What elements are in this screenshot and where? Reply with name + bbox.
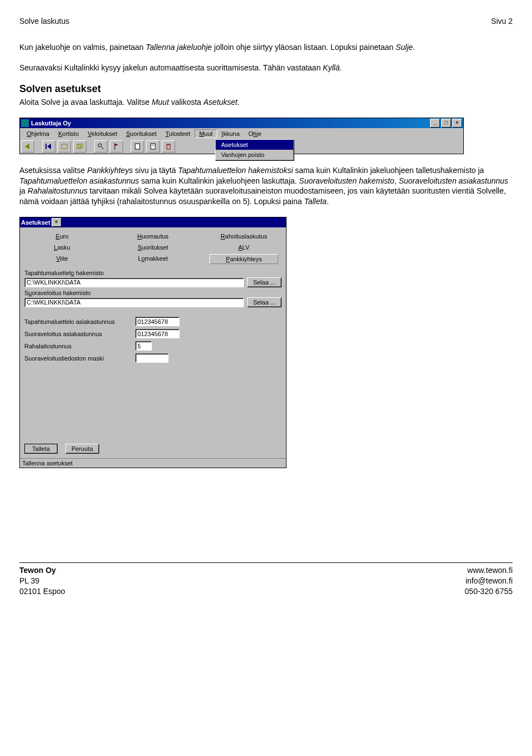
- window-title: Laskuttaja Oy: [31, 120, 71, 126]
- menu-ohje[interactable]: Ohje: [244, 129, 265, 138]
- paragraph-3: Aloita Solve ja avaa laskuttaja. Valitse…: [19, 97, 513, 108]
- tab-lasku[interactable]: Lasku: [28, 243, 96, 252]
- input-suo-hak[interactable]: [24, 298, 244, 307]
- tool-card2-icon[interactable]: [73, 140, 86, 153]
- footer-left: Tewon Oy PL 39 02101 Espoo: [19, 565, 65, 597]
- tool-delete-icon[interactable]: [162, 140, 175, 153]
- browse-tap-button[interactable]: Selaa ...: [247, 277, 282, 287]
- svg-rect-10: [135, 144, 140, 149]
- header-right: Sivu 2: [491, 17, 513, 26]
- menu-veloitukset[interactable]: Veloitukset: [83, 129, 121, 138]
- page-header: Solve laskutus Sivu 2: [19, 17, 513, 26]
- section-heading: Solven asetukset: [19, 83, 513, 95]
- tab-huomautus[interactable]: Huomautus: [119, 232, 187, 241]
- tab-euro[interactable]: Euro: [28, 232, 96, 241]
- menu-ikkuna[interactable]: Ikkuna: [217, 129, 244, 138]
- tab-viite[interactable]: Viite: [28, 254, 96, 264]
- tool-left-icon[interactable]: [21, 140, 34, 153]
- dialog-footer: Talleta Peruuta: [24, 440, 282, 454]
- tool-flag-icon[interactable]: [110, 140, 123, 153]
- muut-dropdown: Asetukset Vanhojen poisto: [215, 139, 294, 160]
- svg-marker-0: [25, 144, 29, 149]
- tool-doc2-icon[interactable]: [146, 140, 160, 153]
- tab-suoritukset[interactable]: Suoritukset: [119, 243, 187, 252]
- tab-lomakkeet[interactable]: Lomakkeet: [119, 254, 187, 264]
- tool-search-icon[interactable]: [94, 140, 108, 153]
- minimize-icon[interactable]: _: [430, 119, 440, 128]
- label-tap-hak: Tapahtumaluettelo hakemisto: [24, 270, 282, 276]
- app-icon: [21, 119, 29, 127]
- svg-rect-4: [76, 145, 81, 149]
- label-suo-asi: Suoraveloitus asiakastunnus: [24, 331, 135, 337]
- tabs: Euro Huomautus Rahoituslaskutus Lasku Su…: [24, 232, 282, 264]
- svg-line-7: [101, 147, 104, 149]
- tool-card1-icon[interactable]: [58, 140, 71, 153]
- input-raha[interactable]: [135, 341, 152, 351]
- status-bar: Tallenna asetukset: [20, 458, 286, 468]
- dialog-title: Asetukset: [21, 219, 50, 226]
- input-suo-asi[interactable]: [135, 329, 180, 338]
- cancel-button[interactable]: Peruuta: [65, 444, 99, 454]
- tab-alv[interactable]: ALV: [209, 243, 278, 252]
- asetukset-dialog: Asetukset × Euro Huomautus Rahoituslasku…: [19, 217, 287, 468]
- svg-rect-5: [78, 144, 83, 148]
- dialog-close-icon[interactable]: ×: [52, 218, 62, 227]
- solve-window: Laskuttaja Oy _ □ × Ohjelma Kortisto Vel…: [19, 118, 464, 154]
- tool-first-icon[interactable]: [42, 140, 55, 153]
- svg-rect-1: [45, 144, 47, 149]
- svg-rect-11: [151, 144, 155, 149]
- paragraph-2: Seuraavaksi Kultalinkki kysyy jakelun au…: [19, 63, 513, 73]
- tab-pankkiyhteys[interactable]: Pankkiyhteys: [209, 254, 278, 264]
- svg-rect-13: [167, 145, 170, 149]
- svg-point-6: [98, 144, 101, 147]
- svg-rect-3: [62, 144, 67, 149]
- save-button[interactable]: Talleta: [24, 444, 58, 454]
- menubar: Ohjelma Kortisto Veloitukset Suoritukset…: [20, 128, 463, 139]
- tab-rahoituslaskutus[interactable]: Rahoituslaskutus: [209, 232, 278, 241]
- svg-marker-2: [47, 144, 51, 149]
- menu-muut[interactable]: Muut: [195, 129, 217, 138]
- menu-ohjelma[interactable]: Ohjelma: [22, 129, 54, 138]
- menu-tulosteet[interactable]: Tulosteet: [161, 129, 195, 138]
- input-tap-hak[interactable]: [24, 278, 244, 287]
- maximize-icon[interactable]: □: [441, 119, 451, 128]
- page-footer: Tewon Oy PL 39 02101 Espoo www.tewon.fi …: [19, 562, 513, 597]
- close-icon[interactable]: ×: [452, 119, 462, 128]
- dropdown-vanhojen-poisto[interactable]: Vanhojen poisto: [216, 150, 293, 160]
- paragraph-4: Asetuksissa valitse Pankkiyhteys sivu ja…: [19, 165, 513, 207]
- toolbar: Asetukset Vanhojen poisto: [20, 139, 463, 154]
- dialog-titlebar: Asetukset ×: [20, 217, 286, 227]
- browse-suo-button[interactable]: Selaa ...: [247, 297, 282, 307]
- input-mask[interactable]: [135, 353, 168, 363]
- menu-suoritukset[interactable]: Suoritukset: [122, 129, 161, 138]
- svg-marker-9: [115, 144, 119, 146]
- titlebar: Laskuttaja Oy _ □ ×: [20, 118, 463, 128]
- dropdown-asetukset[interactable]: Asetukset: [216, 140, 293, 150]
- paragraph-1: Kun jakeluohje on valmis, painetaan Tall…: [19, 42, 513, 53]
- menu-kortisto[interactable]: Kortisto: [54, 129, 83, 138]
- label-tap-asi: Tapahtumaluettelo asiakastunnus: [24, 318, 135, 325]
- label-suo-hak: Suoraveloitus hakemisto: [24, 290, 282, 296]
- input-tap-asi[interactable]: [135, 317, 180, 326]
- footer-right: www.tewon.fi info@tewon.fi 050-320 6755: [465, 565, 513, 597]
- tool-doc1-icon[interactable]: [131, 140, 144, 153]
- label-mask: Suoraveloitustiedoston maski: [24, 355, 135, 362]
- label-raha: Rahalaitostunnus: [24, 343, 135, 349]
- header-left: Solve laskutus: [19, 17, 69, 26]
